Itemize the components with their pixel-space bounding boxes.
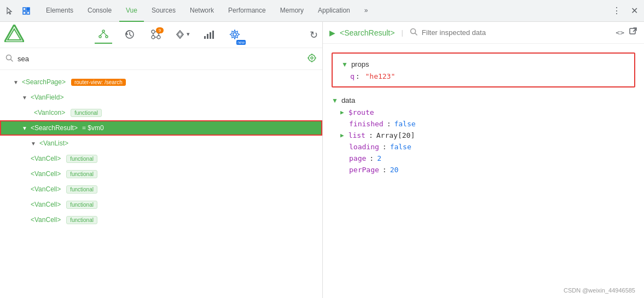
svg-rect-22 <box>204 36 206 39</box>
search-input[interactable] <box>18 55 303 63</box>
more-options-icon[interactable]: ⋮ <box>609 3 624 19</box>
component-arrow-icon: ▶ <box>329 28 335 37</box>
tree-item-vancell-3[interactable]: <VanCell> functional <box>0 182 322 197</box>
svg-rect-1 <box>27 8 30 10</box>
data-item-list[interactable]: ▶ list: Array[20] <box>323 130 644 141</box>
open-in-editor-icon[interactable] <box>629 27 637 38</box>
data-key-route: $route <box>349 108 374 116</box>
tab-performance[interactable]: Performance <box>222 0 272 22</box>
data-value-perpage: 20 <box>390 166 399 174</box>
props-area: ▼ props q: "he123" ▼ data ▶ $route <box>323 44 644 298</box>
prop-item-q: q: "he123" <box>333 71 634 82</box>
svg-line-9 <box>100 32 103 36</box>
tab-bar-right-icons: ⋮ ✕ <box>609 3 642 19</box>
filter-search-icon[interactable] <box>410 28 417 37</box>
router-badge: router-view: /search <box>71 79 126 86</box>
tree-item-searchresult[interactable]: ▼ <SearchResult> = $vm0 <box>0 120 322 136</box>
data-key-loading: loading <box>349 143 379 151</box>
tag-vanicon: <VanIcon> <box>34 109 65 116</box>
refresh-button[interactable]: ↻ <box>310 29 318 41</box>
data-section: ▼ data ▶ $route finished: false ▶ list: … <box>323 92 644 178</box>
svg-rect-3 <box>27 11 30 14</box>
data-key-page: page <box>349 154 366 162</box>
svg-rect-37 <box>630 28 635 34</box>
tag-searchresult: <SearchResult> <box>31 124 78 132</box>
search-icon <box>5 54 13 63</box>
right-component-name: <SearchResult> <box>340 28 394 37</box>
header-divider: | <box>401 28 403 37</box>
svg-rect-0 <box>23 8 26 10</box>
props-arrow-icon: ▼ <box>341 61 348 68</box>
tree-item-vanicon[interactable]: <VanIcon> functional <box>0 105 322 120</box>
tab-memory[interactable]: Memory <box>274 0 310 22</box>
tree-item-searchpage[interactable]: ▼ <SearchPage> router-view: /search <box>0 74 322 90</box>
performance-icon[interactable] <box>200 26 217 44</box>
tab-sources[interactable]: Sources <box>145 0 182 22</box>
tree-arrow: ▼ <box>31 141 36 147</box>
vuex-icon[interactable]: 9 <box>147 26 165 44</box>
svg-point-26 <box>233 33 236 36</box>
svg-line-28 <box>11 60 13 62</box>
settings-icon[interactable]: new <box>226 26 243 44</box>
target-icon[interactable] <box>307 53 317 65</box>
close-devtools-icon[interactable]: ✕ <box>626 3 642 19</box>
data-value-page: 2 <box>377 154 381 162</box>
svg-point-7 <box>99 36 101 38</box>
tag-vanlist: <VanList> <box>39 139 68 147</box>
toolbar-right: ↻ <box>310 29 318 41</box>
svg-point-14 <box>152 36 155 39</box>
component-tree-icon[interactable] <box>95 26 112 44</box>
tag-vancell: <VanCell> <box>31 216 61 224</box>
tab-vue[interactable]: Vue <box>119 0 144 22</box>
tree-arrow: ▼ <box>13 79 19 85</box>
data-item-route[interactable]: ▶ $route <box>323 107 644 118</box>
list-arrow-icon: ▶ <box>340 132 344 139</box>
tree-item-vanlist[interactable]: ▼ <VanList> <box>0 136 322 151</box>
functional-badge: functional <box>66 155 97 163</box>
router-icon[interactable]: ▾ <box>173 26 191 44</box>
cursor-icon[interactable] <box>2 3 18 19</box>
functional-badge: functional <box>71 109 102 117</box>
svg-marker-5 <box>8 29 21 40</box>
data-value-list: Array[20] <box>376 131 415 139</box>
tab-application[interactable]: Application <box>311 0 357 22</box>
data-value-loading: false <box>390 143 411 151</box>
tree-item-vancell-2[interactable]: <VanCell> functional <box>0 166 322 182</box>
devtools-icons <box>2 3 34 19</box>
prop-value-q: "he123" <box>361 72 396 80</box>
tag-vancell: <VanCell> <box>31 155 61 162</box>
vue-logo <box>4 25 24 45</box>
search-bar <box>0 48 322 70</box>
watermark: CSDN @weixin_44946585 <box>564 287 635 294</box>
props-label: props <box>351 60 369 68</box>
tree-item-vancell-1[interactable]: <VanCell> functional <box>0 151 322 166</box>
tab-elements[interactable]: Elements <box>39 0 80 22</box>
tab-more[interactable]: » <box>358 0 375 22</box>
svg-line-36 <box>415 33 417 36</box>
right-header-icons: <> <box>616 27 637 38</box>
tree-item-vanfield[interactable]: ▼ <VanField> <box>0 90 322 105</box>
right-panel: ▶ <SearchResult> | <> <box>323 22 644 298</box>
filter-input[interactable] <box>422 28 612 37</box>
tree-arrow: ▼ <box>22 125 27 131</box>
tree-item-vancell-4[interactable]: <VanCell> functional <box>0 197 322 212</box>
inspect-icon[interactable] <box>19 3 34 19</box>
svg-point-15 <box>157 36 160 39</box>
tab-console[interactable]: Console <box>81 0 118 22</box>
data-header[interactable]: ▼ data <box>323 94 644 107</box>
functional-badge: functional <box>66 216 97 224</box>
svg-point-29 <box>309 55 315 61</box>
functional-badge: functional <box>66 170 97 178</box>
svg-rect-2 <box>23 11 26 14</box>
data-key-perpage: perPage <box>349 166 379 174</box>
history-icon[interactable] <box>121 26 138 44</box>
svg-line-38 <box>633 28 636 32</box>
props-header[interactable]: ▼ props <box>333 58 634 71</box>
data-key-finished: finished <box>349 120 384 128</box>
code-icon[interactable]: <> <box>616 28 624 37</box>
tab-network[interactable]: Network <box>183 0 221 22</box>
data-item-loading: loading: false <box>323 141 644 153</box>
main-area: 9 ▾ <box>0 22 644 298</box>
tree-item-vancell-5[interactable]: <VanCell> functional <box>0 212 322 227</box>
prop-key-q: q <box>350 72 355 80</box>
